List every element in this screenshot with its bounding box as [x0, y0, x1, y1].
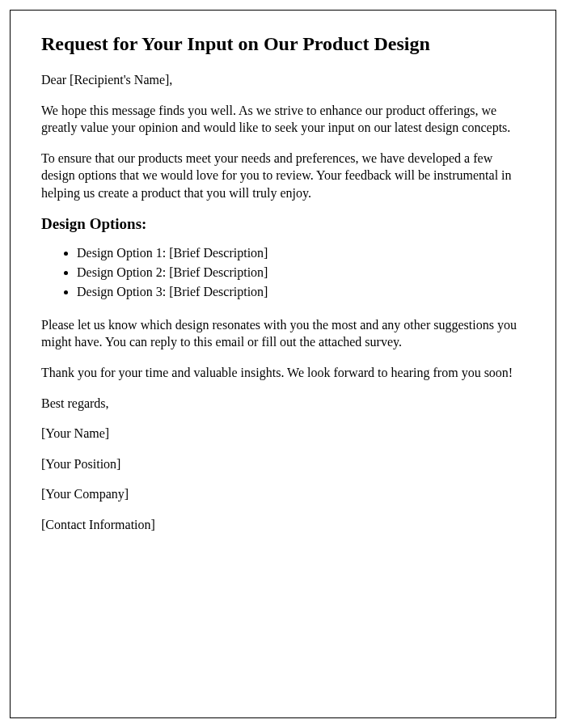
list-item: Design Option 2: [Brief Description]: [77, 264, 525, 281]
signoff-line: Best regards,: [41, 395, 525, 413]
feedback-paragraph: Please let us know which design resonate…: [41, 316, 525, 351]
sender-name-line: [Your Name]: [41, 425, 525, 442]
list-item: Design Option 3: [Brief Description]: [77, 283, 525, 301]
intro-paragraph-2: To ensure that our products meet your ne…: [41, 150, 525, 202]
sender-company-line: [Your Company]: [41, 485, 525, 503]
greeting-line: Dear [Recipient's Name],: [41, 71, 525, 89]
document-title: Request for Your Input on Our Product De…: [41, 33, 525, 55]
sender-position-line: [Your Position]: [41, 455, 525, 473]
list-item: Design Option 1: [Brief Description]: [77, 244, 525, 262]
design-options-list: Design Option 1: [Brief Description] Des…: [77, 244, 525, 302]
intro-paragraph-1: We hope this message finds you well. As …: [41, 102, 525, 137]
document-frame: Request for Your Input on Our Product De…: [10, 10, 556, 718]
thank-you-paragraph: Thank you for your time and valuable ins…: [41, 364, 525, 382]
contact-info-line: [Contact Information]: [41, 516, 525, 534]
design-options-heading: Design Options:: [41, 215, 525, 233]
